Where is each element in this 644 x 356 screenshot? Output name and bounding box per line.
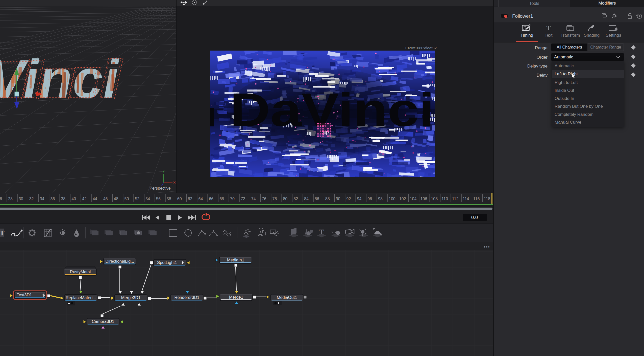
svg-text:Y: Y (162, 169, 165, 173)
svg-text:84: 84 (304, 197, 309, 201)
svg-text:RustyMetal: RustyMetal (70, 270, 91, 274)
svg-text:36: 36 (50, 197, 55, 201)
svg-text:70: 70 (230, 197, 235, 201)
svg-text:72: 72 (241, 197, 245, 201)
svg-text:80: 80 (283, 197, 287, 201)
svg-text:Camera3D1: Camera3D1 (92, 319, 114, 324)
svg-text:46: 46 (103, 197, 108, 201)
svg-text:SpotLight1: SpotLight1 (157, 260, 177, 265)
svg-text:MediaIn1: MediaIn1 (227, 258, 244, 262)
svg-text:102: 102 (399, 197, 406, 201)
svg-text:56: 56 (156, 197, 161, 201)
svg-text:30: 30 (19, 197, 23, 201)
svg-text:106: 106 (420, 197, 427, 201)
svg-text:76: 76 (262, 197, 266, 201)
svg-text:T: T (319, 228, 324, 236)
svg-text:96: 96 (367, 197, 372, 201)
svg-text:62: 62 (188, 197, 192, 201)
svg-text:52: 52 (135, 197, 139, 201)
svg-text:50: 50 (125, 197, 129, 201)
svg-text:34: 34 (40, 197, 44, 201)
svg-text:104: 104 (410, 197, 417, 201)
svg-text:108: 108 (431, 197, 438, 201)
svg-text:26: 26 (0, 197, 2, 201)
svg-text:68: 68 (219, 197, 224, 201)
svg-text:114: 114 (463, 197, 469, 201)
svg-text:44: 44 (93, 197, 97, 201)
svg-text:82: 82 (293, 197, 298, 201)
svg-text:X: X (173, 181, 176, 185)
svg-text:74: 74 (251, 197, 256, 201)
svg-text:Merge1: Merge1 (229, 295, 243, 299)
svg-text:54: 54 (145, 197, 150, 201)
svg-text:100: 100 (389, 197, 395, 201)
svg-text:DaVinci: DaVinci (230, 83, 434, 136)
svg-text:38: 38 (61, 197, 65, 201)
svg-text:Renderer3D1: Renderer3D1 (174, 295, 199, 300)
svg-text:94: 94 (357, 197, 361, 201)
svg-text:98: 98 (378, 197, 383, 201)
svg-text:66: 66 (209, 197, 213, 201)
svg-text:116: 116 (473, 197, 480, 201)
svg-text:112: 112 (452, 197, 459, 201)
svg-text:MediaOut1: MediaOut1 (277, 295, 297, 300)
svg-text:64: 64 (199, 197, 203, 201)
svg-text:118: 118 (484, 197, 490, 201)
svg-text:Perspective: Perspective (150, 186, 171, 190)
svg-text:78: 78 (273, 197, 277, 201)
svg-text:110: 110 (441, 197, 448, 201)
svg-text:DirectionalLig...: DirectionalLig... (105, 259, 134, 263)
svg-text:40: 40 (71, 197, 76, 201)
svg-text:92: 92 (346, 197, 351, 201)
svg-text:48: 48 (114, 197, 118, 201)
svg-text:86: 86 (315, 197, 319, 201)
svg-text:42: 42 (82, 197, 87, 201)
svg-text:32: 32 (29, 197, 34, 201)
svg-text:Text3D1: Text3D1 (17, 293, 32, 297)
svg-text:60: 60 (177, 197, 182, 201)
svg-text:Merge3D1: Merge3D1 (121, 295, 140, 300)
svg-text:90: 90 (336, 197, 340, 201)
svg-text:88: 88 (325, 197, 330, 201)
svg-text:0.0: 0.0 (471, 215, 478, 220)
svg-text:ReplaceMateri...: ReplaceMateri... (66, 295, 96, 300)
svg-text:58: 58 (167, 197, 171, 201)
svg-text:T: T (0, 229, 5, 237)
svg-text:28: 28 (8, 197, 13, 201)
svg-text:T: T (546, 24, 551, 32)
